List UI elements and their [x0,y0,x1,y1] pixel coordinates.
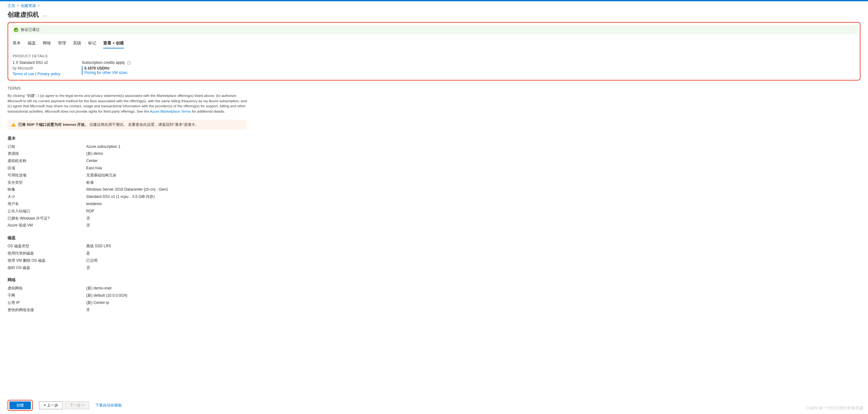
group-disk-title: 磁盘 [7,235,861,241]
warning-rest: 仅建议将此用于测试。 若要更改此设置，请返回到"基本"选项卡。 [88,123,199,126]
breadcrumb: 主页 > 创建资源 > [0,1,868,9]
marketplace-terms-link[interactable]: Azure Marketplace Terms [150,109,191,113]
kv-row: 使用托管的磁盘是 [7,250,861,257]
kv-row: 公共入站端口RDP [7,208,861,215]
group-network-list: 虚拟网络(新) demo-vnet子网(新) default (10.0.0.0… [7,285,861,313]
page-title: 创建虚拟机 … [0,9,868,22]
kv-row: 映像Windows Server 2016 Datacenter (zh-cn)… [7,186,861,193]
kv-key: 大小 [7,193,86,200]
page-title-text: 创建虚拟机 [7,10,39,19]
warning-bold: 已将 RDP 个端口设置为对 Internet 开放。 [18,123,88,126]
kv-value: 高级 SSD LRS [86,243,111,250]
product-sku: 1 X Standard DS1 v2 [12,60,69,65]
kv-row: 已拥有 Windows 许可证?否 [7,215,861,222]
kv-value: 否 [86,215,90,222]
warning-icon [11,123,16,126]
wizard-tabs: 基本 磁盘 网络 管理 高级 标记 查看 + 创建 [8,38,860,49]
more-actions-icon[interactable]: … [43,12,48,17]
kv-value: Azure subscription 1 [86,143,121,150]
kv-value: (新) demo [86,150,103,157]
rdp-warning: 已将 RDP 个端口设置为对 Internet 开放。 仅建议将此用于测试。 若… [7,120,247,130]
kv-row: 用户名testdemo [7,200,861,208]
price-block: 0.1670 USD/hr Pricing for other VM sizes [82,66,138,75]
kv-value: Center [86,157,98,164]
breadcrumb-create-resource[interactable]: 创建资源 [21,3,36,8]
group-network-title: 网络 [7,278,861,283]
kv-value: (新) default (10.0.0.0/24) [86,292,127,299]
kv-key: 映像 [7,186,86,193]
kv-value: (新) demo-vnet [86,285,112,292]
kv-row: Azure 现成 VM否 [7,222,861,229]
breadcrumb-sep: > [37,3,40,8]
kv-row: 临时 OS 磁盘否 [7,264,861,272]
kv-row: OS 磁盘类型高级 SSD LRS [7,243,861,250]
group-basic-list: 订阅Azure subscription 1资源组(新) demo虚拟机名称Ce… [7,143,861,229]
credits-label: Subscription credits apply i [82,60,138,65]
tab-basic[interactable]: 基本 [12,39,21,49]
price-value: 0.1670 USD/hr [84,66,138,70]
kv-value: testdemo [86,200,102,208]
kv-row: 更快的网络连接开 [7,307,861,314]
kv-row: 订阅Azure subscription 1 [7,143,861,150]
product-by: by Microsoft [12,65,69,71]
link-sep: | [34,72,37,76]
terms-of-use-link[interactable]: Terms of use [12,72,34,76]
kv-value: RDP [86,208,94,215]
kv-value: 否 [86,264,90,272]
tab-network[interactable]: 网络 [43,39,51,49]
breadcrumb-home[interactable]: 主页 [7,3,15,8]
kv-value: Windows Server 2016 Datacenter (zh-cn) -… [86,186,168,193]
kv-row: 可用性选项无需基础结构冗余 [7,172,861,179]
validation-banner: 验证已通过 [11,25,857,34]
tab-tags[interactable]: 标记 [88,39,96,49]
info-icon[interactable]: i [127,61,131,65]
kv-value: 标准 [86,179,94,186]
kv-row: 资源组(新) demo [7,150,861,157]
kv-value: 否 [86,222,90,229]
group-disk-list: OS 磁盘类型高级 SSD LRS使用托管的磁盘是使用 VM 删除 OS 磁盘已… [7,243,861,271]
kv-key: 虚拟网络 [7,285,86,292]
kv-key: 已拥有 Windows 许可证? [7,215,86,222]
review-highlight-box: 验证已通过 基本 磁盘 网络 管理 高级 标记 查看 + 创建 PRODUCT … [7,22,861,81]
terms-text: By clicking "创建", I (a) agree to the leg… [7,93,247,114]
validation-text: 验证已通过 [21,27,40,32]
kv-row: 子网(新) default (10.0.0.0/24) [7,292,861,299]
kv-key: Azure 现成 VM [7,222,86,229]
product-details-heading: PRODUCT DETAILS [8,54,860,60]
kv-key: 使用托管的磁盘 [7,250,86,257]
kv-value: Standard DS1 v2 (1 vcpu，3.5 GiB 内存) [86,193,155,200]
kv-key: 更快的网络连接 [7,307,86,314]
tab-advanced[interactable]: 高级 [73,39,81,49]
kv-value: 开 [86,307,90,314]
kv-value: 已启用 [86,257,98,264]
tab-disk[interactable]: 磁盘 [28,39,36,49]
breadcrumb-sep: > [17,3,19,8]
kv-key: 子网 [7,292,86,299]
tab-review[interactable]: 查看 + 创建 [103,39,124,49]
kv-key: OS 磁盘类型 [7,243,86,250]
privacy-policy-link[interactable]: Privacy policy [37,72,60,76]
product-details: 1 X Standard DS1 v2 by Microsoft Terms o… [8,60,860,77]
kv-key: 安全类型 [7,179,86,186]
kv-row: 虚拟机名称Center [7,157,861,164]
kv-key: 虚拟机名称 [7,157,86,164]
kv-value: 是 [86,250,90,257]
pricing-link[interactable]: Pricing for other VM sizes [84,70,127,75]
group-basic-title: 基本 [7,136,861,141]
kv-key: 使用 VM 删除 OS 磁盘 [7,257,86,264]
kv-row: 使用 VM 删除 OS 磁盘已启用 [7,257,861,264]
kv-key: 区域 [7,164,86,172]
kv-value: 无需基础结构冗余 [86,172,117,179]
kv-key: 用户名 [7,200,86,208]
kv-key: 公共入站端口 [7,208,86,215]
terms-heading: TERMS [7,86,861,91]
kv-value: (新) Center-ip [86,299,109,307]
check-icon [14,28,18,32]
kv-row: 公用 IP(新) Center-ip [7,299,861,307]
kv-key: 可用性选项 [7,172,86,179]
tab-manage[interactable]: 管理 [58,39,66,49]
kv-value: East Asia [86,164,102,172]
kv-key: 临时 OS 磁盘 [7,264,86,272]
kv-row: 区域East Asia [7,164,861,172]
kv-row: 虚拟网络(新) demo-vnet [7,285,861,292]
